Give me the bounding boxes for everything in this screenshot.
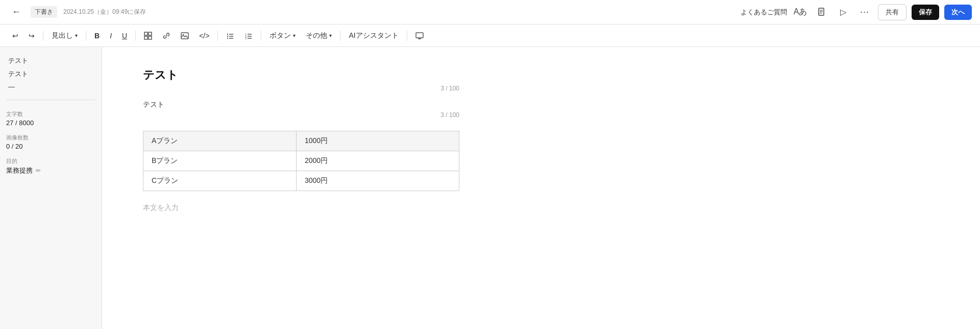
other-button[interactable]: その他 ▾ xyxy=(302,28,336,44)
font-icon-button[interactable]: Aあ xyxy=(792,4,808,20)
plan-c-price: 3000円 xyxy=(297,171,459,191)
plan-a-price: 1000円 xyxy=(297,131,459,151)
purpose-value: 業務提携 xyxy=(6,166,33,175)
top-bar-left: ← 下書き 2024.10.25（金）09:49に保存 xyxy=(8,4,734,20)
bold-button[interactable]: B xyxy=(90,28,104,44)
toolbar-separator-6 xyxy=(340,31,340,41)
button-chevron: ▾ xyxy=(293,33,296,38)
sidebar-dash: — xyxy=(6,82,95,91)
toolbar-separator-4 xyxy=(217,31,218,41)
purpose-row: 業務提携 ✏ xyxy=(6,166,95,175)
sidebar-divider xyxy=(6,100,95,100)
body-placeholder[interactable]: 本文を入力 xyxy=(143,203,939,213)
plan-a-label: Aプラン xyxy=(143,131,297,151)
char-count-block: 文字数 27 / 8000 xyxy=(6,110,95,127)
other-chevron: ▾ xyxy=(329,33,332,38)
table-row-a: Aプラン 1000円 xyxy=(143,131,459,151)
file-icon-button[interactable] xyxy=(814,4,830,20)
main-layout: テスト テスト — 文字数 27 / 8000 画像枚数 0 / 20 目的 業… xyxy=(0,47,980,329)
svg-rect-7 xyxy=(149,36,152,39)
toolbar: ↩ ↪ 見出し ▾ B I U </> 1.2.3. ボタン ▾ その他 ▾ A… xyxy=(0,25,980,47)
content-area: テスト 3 / 100 テスト 3 / 100 Aプラン 1000円 Bプラン … xyxy=(102,47,980,329)
article-title[interactable]: テスト xyxy=(143,67,939,83)
save-button[interactable]: 保存 xyxy=(912,5,939,20)
char-count-label: 文字数 xyxy=(6,110,95,118)
italic-button[interactable]: I xyxy=(106,28,116,44)
sidebar-meta: 文字数 27 / 8000 画像枚数 0 / 20 目的 業務提携 ✏ xyxy=(6,110,95,182)
image-count-label: 画像枚数 xyxy=(6,134,95,142)
toolbar-separator-7 xyxy=(407,31,407,41)
top-bar: ← 下書き 2024.10.25（金）09:49に保存 よくあるご質問 Aあ ▷… xyxy=(0,0,980,25)
toolbar-separator-5 xyxy=(261,31,261,41)
top-bar-right: よくあるご質問 Aあ ▷ ··· 共有 保存 次へ xyxy=(741,4,972,20)
table-row-b: Bプラン 2000円 xyxy=(143,151,459,171)
plan-b-price: 2000円 xyxy=(297,151,459,171)
svg-text:3.: 3. xyxy=(245,37,247,40)
monitor-button[interactable] xyxy=(411,28,428,44)
play-icon-button[interactable]: ▷ xyxy=(835,4,851,20)
article-body[interactable]: テスト xyxy=(143,100,939,109)
sidebar: テスト テスト — 文字数 27 / 8000 画像枚数 0 / 20 目的 業… xyxy=(0,47,102,329)
purpose-edit-icon[interactable]: ✏ xyxy=(36,167,41,174)
format1-button[interactable] xyxy=(140,28,156,44)
price-table: Aプラン 1000円 Bプラン 2000円 Cプラン 3000円 xyxy=(143,131,459,191)
sidebar-item-2[interactable]: テスト xyxy=(6,68,95,80)
svg-point-14 xyxy=(227,37,228,38)
share-button[interactable]: 共有 xyxy=(878,4,906,20)
redo-button[interactable]: ↪ xyxy=(24,28,39,44)
image-count-block: 画像枚数 0 / 20 xyxy=(6,134,95,150)
svg-rect-6 xyxy=(144,36,148,39)
link-button[interactable] xyxy=(158,28,175,44)
faq-link[interactable]: よくあるご質問 xyxy=(741,8,787,17)
save-time: 2024.10.25（金）09:49に保存 xyxy=(63,8,146,16)
toolbar-separator-1 xyxy=(43,31,43,41)
heading-chevron: ▾ xyxy=(75,33,78,38)
image-button[interactable] xyxy=(177,28,193,44)
heading-button[interactable]: 見出し ▾ xyxy=(47,28,82,44)
svg-point-12 xyxy=(227,35,228,36)
svg-rect-5 xyxy=(149,32,152,35)
code-button[interactable]: </> xyxy=(195,28,213,44)
ai-assistant-button[interactable]: AIアシスタント xyxy=(345,28,402,44)
svg-rect-4 xyxy=(144,32,148,35)
undo-button[interactable]: ↩ xyxy=(8,28,22,44)
plan-b-label: Bプラン xyxy=(143,151,297,171)
toolbar-separator-3 xyxy=(135,31,136,41)
toolbar-separator-2 xyxy=(86,31,86,41)
underline-button[interactable]: U xyxy=(118,28,131,44)
more-button[interactable]: ··· xyxy=(856,4,873,20)
svg-rect-22 xyxy=(416,33,423,38)
image-count-value: 0 / 20 xyxy=(6,143,95,150)
title-char-count: 3 / 100 xyxy=(143,85,459,92)
button-insert-button[interactable]: ボタン ▾ xyxy=(265,28,300,44)
list-number-button[interactable]: 1.2.3. xyxy=(240,28,257,44)
next-button[interactable]: 次へ xyxy=(944,5,972,20)
char-count-value: 27 / 8000 xyxy=(6,119,95,127)
purpose-block: 目的 業務提携 ✏ xyxy=(6,157,95,175)
purpose-label: 目的 xyxy=(6,157,95,165)
table-row-c: Cプラン 3000円 xyxy=(143,171,459,191)
back-button[interactable]: ← xyxy=(8,4,24,20)
draft-badge[interactable]: 下書き xyxy=(31,6,57,18)
body-char-count: 3 / 100 xyxy=(143,111,459,119)
sidebar-item-1[interactable]: テスト xyxy=(6,55,95,66)
list-bullet-button[interactable] xyxy=(222,28,238,44)
plan-c-label: Cプラン xyxy=(143,171,297,191)
svg-point-10 xyxy=(227,33,228,34)
